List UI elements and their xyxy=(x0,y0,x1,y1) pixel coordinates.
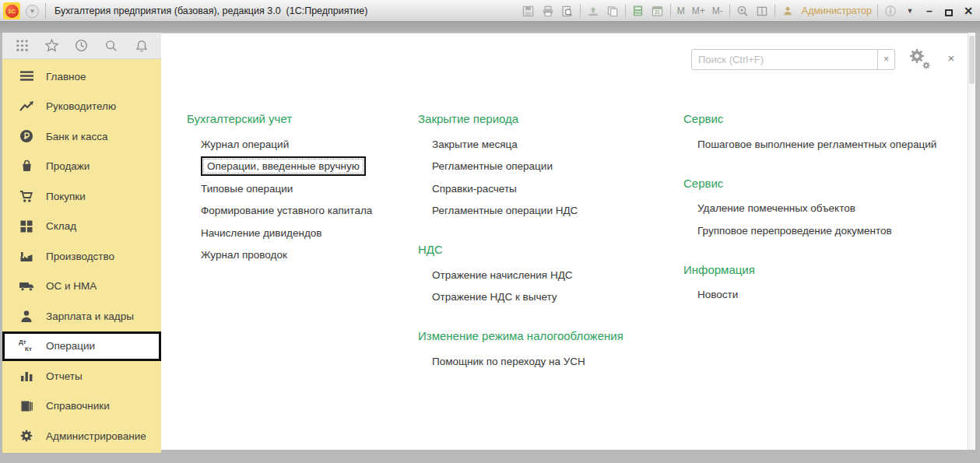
chart-icon xyxy=(18,368,35,384)
link-zakrytie-mesyaca[interactable]: Закрытие месяца xyxy=(432,139,518,150)
search-icon[interactable] xyxy=(103,37,120,54)
sidebar-item-glavnoe[interactable]: Главное xyxy=(2,61,161,92)
person-icon xyxy=(18,308,35,324)
divider xyxy=(670,4,671,18)
menu-icon xyxy=(18,68,35,84)
link-nachislenie-dividendov[interactable]: Начисление дивидендов xyxy=(201,227,321,239)
link-pomoshchnik-usn[interactable]: Помощник по переходу на УСН xyxy=(432,356,585,367)
divider xyxy=(580,4,581,18)
section-title: Изменение режима налогообложения xyxy=(418,328,679,344)
divider xyxy=(775,4,775,18)
sidebar: Главное Руководителю Банк и касса Продаж… xyxy=(2,59,161,453)
calendar-icon[interactable]: 31 xyxy=(651,4,665,18)
send-icon[interactable] xyxy=(586,4,600,18)
link-zhurnal-provodok[interactable]: Журнал проводок xyxy=(201,249,287,261)
link-poshagovoe-vypolnenie[interactable]: Пошаговое выполнение регламентных операц… xyxy=(697,139,936,150)
minimize-button[interactable]: – xyxy=(922,4,936,18)
vertical-scrollbar[interactable] xyxy=(968,33,975,450)
sidebar-item-spravochniki[interactable]: Справочники xyxy=(2,391,161,422)
memory-add-button[interactable]: M+ xyxy=(691,5,706,16)
window-frame-band xyxy=(0,22,980,33)
link-zhurnal-operacij[interactable]: Журнал операций xyxy=(201,139,289,150)
link-otrazhenie-nachisleniya-nds[interactable]: Отражение начисления НДС xyxy=(432,269,573,281)
sidebar-item-administrirovanie[interactable]: Администрирование xyxy=(2,421,161,451)
split-window-icon[interactable] xyxy=(755,4,769,18)
notifications-bell-icon[interactable] xyxy=(133,37,150,54)
section-title: НДС xyxy=(418,242,679,258)
sidebar-item-rukovoditelyu[interactable]: Руководителю xyxy=(2,92,161,122)
svg-text:31: 31 xyxy=(655,9,661,15)
save-icon[interactable] xyxy=(522,4,536,18)
link-otrazhenie-nds-k-vychetu[interactable]: Отражение НДС к вычету xyxy=(432,291,557,303)
ruble-icon xyxy=(18,128,35,144)
warehouse-icon xyxy=(18,219,35,234)
copy-icon[interactable] xyxy=(606,4,620,18)
memory-recall-button[interactable]: M xyxy=(676,5,686,16)
truck-icon xyxy=(18,279,35,294)
window-title: Бухгалтерия предприятия (базовая), редак… xyxy=(54,0,367,22)
current-user-label[interactable]: Администратор xyxy=(802,5,872,16)
link-reglamentnye-operacii-nds[interactable]: Регламентные операции НДС xyxy=(432,205,578,216)
link-spravki-raschety[interactable]: Справки-расчеты xyxy=(432,183,517,195)
section-informaciya: Информация Новости xyxy=(683,262,964,307)
divider xyxy=(625,4,626,18)
dtkt-icon: ДтКт xyxy=(18,338,35,354)
panel-toolbar xyxy=(2,33,161,59)
link-gruppovoe-pereprovedenie[interactable]: Групповое перепроведение документов xyxy=(697,225,892,237)
app-logo: 1С xyxy=(3,2,20,19)
scrollbar-thumb[interactable] xyxy=(969,36,975,84)
section-title: Закрытие периода xyxy=(418,111,679,127)
memory-subtract-button[interactable]: M- xyxy=(711,5,724,16)
sidebar-item-label: Администрирование xyxy=(46,430,146,442)
link-udalenie-pomechennyh[interactable]: Удаление помеченных объектов xyxy=(697,202,855,214)
sidebar-item-pokupki[interactable]: Покупки xyxy=(2,181,161,212)
sidebar-item-bank-i-kassa[interactable]: Банк и касса xyxy=(2,121,161,152)
sidebar-item-otchety[interactable]: Отчеты xyxy=(2,361,161,391)
search-input[interactable] xyxy=(691,49,878,70)
content-column-1: Бухгалтерский учет Журнал операций Опера… xyxy=(187,111,413,286)
bag-icon xyxy=(18,159,35,174)
system-menu-button[interactable]: ▼ xyxy=(26,5,39,18)
books-icon xyxy=(18,398,35,414)
factory-icon xyxy=(18,248,35,264)
section-nds: НДС Отражение начисления НДС Отражение Н… xyxy=(418,242,679,308)
sidebar-item-zarplata-i-kadry[interactable]: Зарплата и кадры xyxy=(2,301,161,331)
section-servis-2: Сервис Удаление помеченных объектов Груп… xyxy=(683,176,964,242)
print-preview-icon[interactable] xyxy=(560,4,574,18)
section-title: Информация xyxy=(683,262,964,278)
panel-close-icon[interactable]: × xyxy=(943,51,959,66)
apps-grid-icon[interactable] xyxy=(13,37,30,54)
link-reglamentnye-operacii[interactable]: Регламентные операции xyxy=(432,160,553,172)
sidebar-item-operacii[interactable]: ДтКт Операции xyxy=(2,331,161,362)
link-formirovanie-ustavnogo-kapitala[interactable]: Формирование уставного капитала xyxy=(201,205,372,216)
link-novosti[interactable]: Новости xyxy=(697,289,738,300)
chevron-down-icon[interactable]: ▼ xyxy=(903,4,917,18)
sidebar-item-label: Главное xyxy=(46,71,86,82)
print-icon[interactable] xyxy=(541,4,555,18)
sidebar-item-sklad[interactable]: Склад xyxy=(2,212,161,242)
zoom-icon[interactable] xyxy=(736,4,750,18)
sidebar-item-label: ОС и НМА xyxy=(46,280,97,292)
sidebar-item-os-i-nma[interactable]: ОС и НМА xyxy=(2,272,161,302)
link-operacii-vvedennye-vruchnuyu[interactable]: Операции, введенные вручную xyxy=(201,156,366,176)
history-clock-icon[interactable] xyxy=(73,37,90,54)
sidebar-item-proizvodstvo[interactable]: Производство xyxy=(2,241,161,272)
sidebar-item-label: Отчеты xyxy=(46,370,83,382)
close-button[interactable]: ✕ xyxy=(961,4,975,18)
favorites-star-icon[interactable] xyxy=(44,37,61,54)
section-servis-1: Сервис Пошаговое выполнение регламентных… xyxy=(683,111,964,156)
search-clear-button[interactable]: × xyxy=(877,49,895,70)
sidebar-item-label: Банк и касса xyxy=(46,131,108,142)
info-icon[interactable] xyxy=(883,4,897,18)
sidebar-item-label: Покупки xyxy=(46,191,86,202)
maximize-button[interactable] xyxy=(942,4,956,18)
sidebar-item-label: Руководителю xyxy=(46,100,116,112)
settings-gears-icon[interactable] xyxy=(908,47,932,71)
link-tipovye-operacii[interactable]: Типовые операции xyxy=(201,183,293,195)
section-izmenenie-rezhima: Изменение режима налогообложения Помощни… xyxy=(418,328,679,373)
calculator-icon[interactable] xyxy=(631,4,645,18)
sidebar-item-prodazhi[interactable]: Продажи xyxy=(2,152,161,182)
titlebar-toolbar: 31 M M+ M- Администратор ▼ – xyxy=(522,0,975,22)
sidebar-item-label: Справочники xyxy=(46,400,110,412)
content-column-2: Закрытие периода Закрытие месяца Регламе… xyxy=(418,111,679,393)
